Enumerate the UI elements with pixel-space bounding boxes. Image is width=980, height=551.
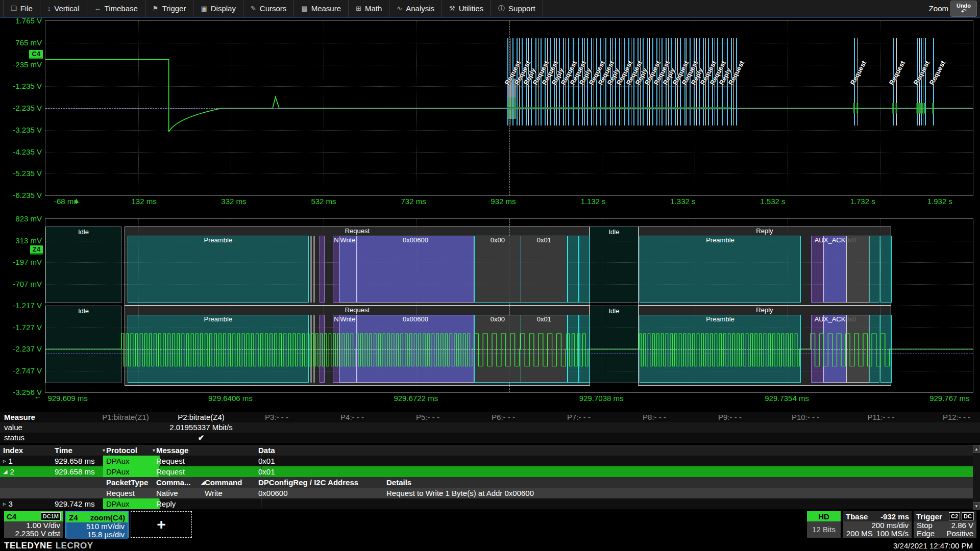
y-axis-label: -1.235 V bbox=[13, 82, 42, 90]
decode-field-aux_ack0x0: AUX_ACK0x0 bbox=[823, 236, 847, 303]
subcell-address-text: 0x00600 bbox=[258, 489, 288, 497]
table-row[interactable]: ▹1929.658 msDPAuxRequest0x01 bbox=[0, 456, 973, 466]
timebase-descriptor[interactable]: Tbase -932 ms 200 ms/div 200 MS 100 MS/s bbox=[843, 511, 912, 538]
x-axis-label: 732 ms bbox=[401, 197, 426, 206]
table-subrow[interactable]: RequestNativeWrite0x00600Request to Writ… bbox=[0, 488, 973, 498]
cell-data: 0x01 bbox=[255, 456, 979, 466]
decode-idle: Idle bbox=[45, 306, 121, 383]
undo-button[interactable]: Undo ↶ bbox=[950, 1, 977, 17]
cell-protocol-text: DPAux bbox=[106, 457, 130, 465]
col-header-data[interactable]: Data bbox=[255, 445, 979, 456]
decode-field bbox=[579, 236, 590, 303]
col-header-time-text: Time bbox=[55, 446, 72, 455]
x-axis-label: 1.732 s bbox=[850, 197, 875, 206]
expand-icon[interactable]: ▹ bbox=[3, 458, 6, 464]
cell-index: ▹3 bbox=[0, 498, 58, 509]
decode-packet-reply[interactable]: ReplyPreambleAUX_ACK0x0 bbox=[638, 306, 891, 386]
measure-label-p5[interactable]: P5:- - - bbox=[416, 413, 439, 421]
menu-item-vertical[interactable]: ↕Vertical bbox=[40, 0, 87, 17]
cell-protocol: DPAux bbox=[103, 466, 160, 477]
z4-vdiv: 510 mV/div bbox=[69, 522, 125, 531]
decode-packet-request[interactable]: RequestPreambleNWrite0x006000x000x01 bbox=[125, 227, 590, 306]
decode-field-label: Preamble bbox=[204, 236, 233, 244]
measure-label-p2[interactable]: P2:bitrate(Z4) bbox=[178, 413, 225, 421]
cell-protocol-text: DPAux bbox=[106, 499, 130, 508]
y-axis-label: -2.237 V bbox=[13, 344, 42, 353]
measure-label-p4[interactable]: P4:- - - bbox=[340, 413, 364, 421]
menu-item-math[interactable]: ⊞Math bbox=[349, 0, 389, 17]
measure-label-p12[interactable]: P12:- - - bbox=[943, 413, 970, 421]
col-header-data-text: Data bbox=[258, 446, 275, 455]
table-scrollbar[interactable]: ▲ ▼ bbox=[973, 445, 980, 510]
decode-packet-request[interactable]: RequestPreambleNWrite0x006000x000x01 bbox=[125, 306, 590, 386]
measure-label-p8[interactable]: P8:- - - bbox=[643, 413, 666, 421]
menu-item-file[interactable]: ❏File bbox=[3, 0, 40, 17]
menu-item-trigger[interactable]: ⚑Trigger bbox=[145, 0, 194, 17]
z4-tdiv: 15.8 µs/div bbox=[69, 531, 125, 539]
menu-item-utilities[interactable]: ⚒Utilities bbox=[442, 0, 491, 17]
menu-item-display[interactable]: ▣Display bbox=[193, 0, 243, 17]
channel-descriptor-c4[interactable]: C4 DC1M 1.00 V/div 2.2350 V ofst bbox=[4, 511, 63, 538]
scroll-down-icon[interactable]: ▼ bbox=[973, 502, 980, 510]
cell-time-text: 929.658 ms bbox=[55, 457, 94, 465]
subcol-command: Command bbox=[202, 477, 262, 488]
subcol-packettype-text: PacketType bbox=[106, 478, 148, 487]
menu-item-cursors[interactable]: ✎Cursors bbox=[243, 0, 294, 17]
decode-packet-reply[interactable]: ReplyPreambleAUX_ACK0x0 bbox=[638, 227, 891, 306]
col-header-index[interactable]: Index bbox=[0, 445, 58, 456]
cell-message-text: Reply bbox=[156, 499, 176, 508]
measure-label-p10[interactable]: P10:- - - bbox=[792, 413, 819, 421]
measure-label-p3[interactable]: P3:- - - bbox=[265, 413, 288, 421]
col-header-protocol[interactable]: Protocol▼ bbox=[103, 445, 160, 456]
measure-label-p9[interactable]: P9:- - - bbox=[718, 413, 742, 421]
tbase-rate: 100 MS/s bbox=[876, 530, 909, 538]
menu-item-timebase[interactable]: ↔Timebase bbox=[87, 0, 145, 17]
measure-label-p7[interactable]: P7:- - - bbox=[567, 413, 591, 421]
scroll-up-icon[interactable]: ▲ bbox=[973, 445, 980, 453]
trigger-descriptor[interactable]: Trigger C2 DC Stop 2.86 V Edge Positive bbox=[914, 511, 976, 538]
decode-field-0x01: 0x01 bbox=[521, 236, 568, 303]
table-subheader-row[interactable]: PacketTypeComma...◢CommandDPConfigReg / … bbox=[0, 477, 973, 488]
zoom-waveform-grid[interactable]: IdleIdleRequestPreambleNWrite0x006000x00… bbox=[45, 218, 973, 393]
zoom-descriptor-z4[interactable]: Z4 zoom(C4) 510 mV/div 15.8 µs/div bbox=[65, 511, 129, 538]
channel-badge-z4[interactable]: Z4 bbox=[30, 245, 43, 255]
add-trace-button[interactable]: + bbox=[131, 511, 192, 538]
top-grid-y-axis: 1.765 V765 mV-235 mV-1.235 V-2.235 V-3.2… bbox=[0, 20, 44, 195]
measure-label-p1[interactable]: P1:bitrate(Z1) bbox=[102, 413, 149, 421]
subcell-command-text: Write bbox=[205, 489, 223, 497]
menu-item-analysis[interactable]: ∿Analysis bbox=[389, 0, 442, 17]
table-header-row[interactable]: IndexTime▼Protocol▼MessageData bbox=[0, 445, 973, 456]
measure-value-p2: 2.01955337 Mbit/s bbox=[169, 423, 232, 432]
subcol-address: DPConfigReg / I2C Address bbox=[255, 477, 390, 488]
channel-badge-c4[interactable]: C4 bbox=[29, 50, 43, 59]
expand-icon[interactable]: ▹ bbox=[3, 500, 6, 507]
y-axis-label: -2.235 V bbox=[13, 104, 42, 112]
decode-bar bbox=[925, 38, 926, 126]
y-axis-label: -235 mV bbox=[13, 60, 42, 68]
expand-icon[interactable]: ◢ bbox=[3, 468, 7, 475]
vertical-icon: ↕ bbox=[47, 5, 51, 12]
col-header-time[interactable]: Time▼ bbox=[52, 445, 110, 456]
c4-vdiv: 1.00 V/div bbox=[7, 521, 60, 530]
measure-label-p11[interactable]: P11:- - - bbox=[867, 413, 894, 421]
y-axis-label: 313 mV bbox=[15, 236, 42, 244]
display-icon: ▣ bbox=[201, 5, 207, 12]
table-row[interactable]: ▹3929.742 msDPAuxReply bbox=[0, 498, 973, 509]
decode-idle: Idle bbox=[589, 306, 639, 383]
menu-item-measure[interactable]: ▤Measure bbox=[294, 0, 349, 17]
cell-data bbox=[255, 498, 979, 509]
c4-label: C4 bbox=[7, 512, 16, 521]
idle-label: Idle bbox=[609, 228, 620, 236]
hd-mode-box[interactable]: HD 12 Bits bbox=[807, 511, 841, 538]
trigger-time-marker-icon[interactable]: ▲ bbox=[72, 196, 80, 205]
subcol-details-text: Details bbox=[386, 478, 411, 487]
trigger-level-line bbox=[45, 354, 973, 354]
cell-protocol: DPAux bbox=[103, 456, 160, 466]
menu-item-support[interactable]: ⓘSupport bbox=[491, 0, 543, 17]
col-header-message[interactable]: Message bbox=[153, 445, 262, 456]
menu-bar: ❏File↕Vertical↔Timebase⚑Trigger▣Display✎… bbox=[0, 0, 980, 18]
measure-label-p6[interactable]: P6:- - - bbox=[492, 413, 515, 421]
top-waveform-grid[interactable]: RequestRequestReplyRequestRequestReplyRe… bbox=[45, 20, 973, 196]
table-row[interactable]: ◢2929.658 msDPAuxRequest0x01 bbox=[0, 466, 973, 477]
subcell-commandtype-text: Native bbox=[156, 489, 178, 497]
